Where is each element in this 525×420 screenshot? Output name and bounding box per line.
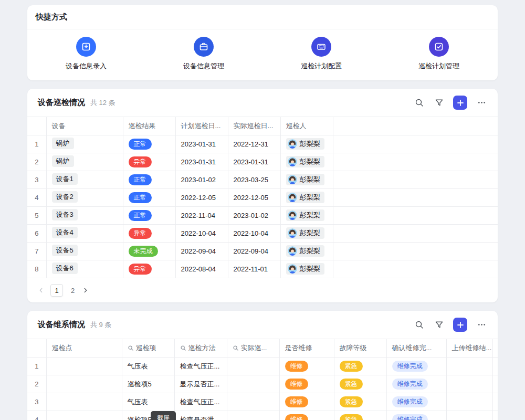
col-actual: 实际巡...: [233, 343, 274, 353]
actual-date-cell: 2022-12-31: [228, 135, 280, 153]
result-badge: 异常: [129, 156, 152, 167]
maintenance-card: 设备维系情况 共 9 条: [27, 311, 498, 420]
point-cell: [46, 393, 122, 411]
maintenance-table: 巡检点 巡检项 巡检方法 实际巡... 是否维修 故障等级 确认维修完...: [27, 339, 498, 420]
actual-cell: [227, 375, 279, 393]
inspection-header-row: 设备 巡检结果 计划巡检日... 实际巡检日... 巡检人: [27, 117, 498, 135]
shortcuts-title: 快捷方式: [36, 12, 67, 21]
actual-cell: [227, 393, 279, 411]
actual-date-cell: 2022-12-05: [228, 189, 280, 207]
col-plan-date: 计划巡检日...: [175, 117, 228, 135]
table-row: 2 锅炉 异常 2023-01-31 2023-01-31: [27, 153, 498, 171]
shortcut-plan-manage[interactable]: 巡检计划管理: [380, 37, 498, 71]
inspector-name: 彭梨梨: [300, 139, 320, 149]
screen-capture-tooltip[interactable]: 截屏: [151, 411, 176, 420]
row-number: 1: [27, 135, 46, 153]
filter-icon[interactable]: [433, 97, 445, 109]
maintenance-actions: [413, 318, 487, 332]
device-manage-icon: [194, 37, 214, 57]
filter-icon[interactable]: [433, 319, 445, 331]
avatar: [288, 157, 297, 166]
more-icon[interactable]: [476, 97, 487, 109]
actual-cell: [227, 411, 279, 420]
col-actual-date: 实际巡检日...: [228, 117, 280, 135]
col-result: 巡检结果: [123, 117, 175, 135]
confirm-badge: 维修完成: [392, 414, 428, 420]
actual-date-cell: 2022-09-04: [228, 243, 280, 260]
inspector-chip: 彭梨梨: [286, 227, 324, 239]
row-number: 5: [27, 207, 46, 225]
avatar: [288, 175, 297, 184]
device-chip: 设备6: [52, 262, 78, 274]
point-cell: [46, 358, 122, 375]
avatar: [288, 139, 297, 149]
search-icon[interactable]: [413, 319, 425, 331]
dashboard-page: 快捷方式 设备信息录入 设备信息管理: [0, 0, 525, 420]
point-cell: [46, 375, 122, 393]
row-number: 1: [27, 358, 46, 375]
shortcut-device-entry[interactable]: 设备信息录入: [27, 37, 145, 71]
plan-date-cell: 2022-10-04: [175, 225, 228, 243]
col-method: 巡检方法: [180, 343, 222, 353]
page-1-button[interactable]: 1: [50, 284, 63, 297]
inspector-name: 彭梨梨: [300, 211, 320, 220]
device-entry-icon: [76, 37, 96, 57]
method-cell: 检查气压正...: [174, 358, 227, 375]
level-badge: 紧急: [340, 414, 363, 420]
row-number-header: [27, 117, 46, 135]
inspector-name: 彭梨梨: [300, 157, 320, 166]
shortcuts-card: 快捷方式 设备信息录入 设备信息管理: [27, 5, 498, 80]
prev-page-icon[interactable]: [38, 287, 44, 293]
add-record-button[interactable]: [453, 96, 467, 110]
result-badge: 正常: [129, 174, 152, 185]
result-badge: 正常: [129, 139, 152, 150]
upload-cell: [446, 393, 492, 411]
point-cell: [46, 411, 122, 420]
inspector-chip: 彭梨梨: [286, 245, 324, 257]
result-badge: 正常: [129, 210, 152, 221]
col-point: 巡检点: [46, 339, 122, 358]
inspection-count: 共 12 条: [90, 98, 116, 108]
device-chip: 锅炉: [52, 138, 74, 149]
page-2-button[interactable]: 2: [69, 287, 76, 295]
next-page-icon[interactable]: [82, 287, 89, 293]
result-badge: 异常: [129, 228, 152, 239]
plan-date-cell: 2022-11-04: [175, 207, 228, 225]
shortcuts-title-row: 快捷方式: [27, 5, 498, 29]
method-cell: 显示是否正...: [174, 375, 227, 393]
item-cell: 气压表: [122, 358, 174, 375]
inspector-name: 彭梨梨: [300, 246, 320, 256]
table-row: 3 设备1 正常 2023-01-02 2023-03-25: [27, 171, 498, 189]
plan-date-cell: 2023-01-31: [175, 135, 228, 153]
level-badge: 紧急: [340, 379, 363, 390]
col-inspector: 巡检人: [280, 117, 333, 135]
upload-cell: [446, 411, 492, 420]
lookup-field-icon: [233, 345, 239, 351]
table-row: 5 设备3 正常 2022-11-04 2023-01-02: [27, 207, 498, 225]
add-record-button[interactable]: [453, 318, 467, 332]
plan-date-cell: 2023-01-02: [175, 171, 228, 189]
repair-badge: 维修: [285, 379, 308, 390]
more-icon[interactable]: [476, 319, 487, 331]
shortcut-label: 巡检计划配置: [301, 61, 342, 71]
confirm-badge: 维修完成: [392, 361, 428, 372]
row-number: 2: [27, 375, 46, 393]
search-icon[interactable]: [413, 97, 425, 109]
result-badge: 异常: [129, 264, 152, 275]
inspector-name: 彭梨梨: [300, 193, 320, 202]
row-number: 4: [27, 189, 46, 207]
upload-cell: [446, 375, 492, 393]
shortcut-device-manage[interactable]: 设备信息管理: [145, 37, 262, 71]
inspection-title: 设备巡检情况: [38, 98, 85, 108]
maintenance-header-row: 巡检点 巡检项 巡检方法 实际巡... 是否维修 故障等级 确认维修完...: [27, 339, 498, 358]
shortcut-label: 巡检计划管理: [418, 61, 459, 71]
inspection-table: 设备 巡检结果 计划巡检日... 实际巡检日... 巡检人 1 锅炉 正常: [27, 117, 498, 278]
actual-cell: [227, 358, 279, 375]
repair-badge: 维修: [285, 361, 308, 372]
actual-date-cell: 2022-10-04: [228, 225, 280, 243]
device-chip: 设备3: [52, 209, 78, 220]
inspector-name: 彭梨梨: [300, 264, 320, 274]
item-cell: 气压表: [122, 393, 174, 411]
shortcut-plan-config[interactable]: 巡检计划配置: [262, 37, 380, 71]
row-number: 4: [27, 411, 46, 420]
